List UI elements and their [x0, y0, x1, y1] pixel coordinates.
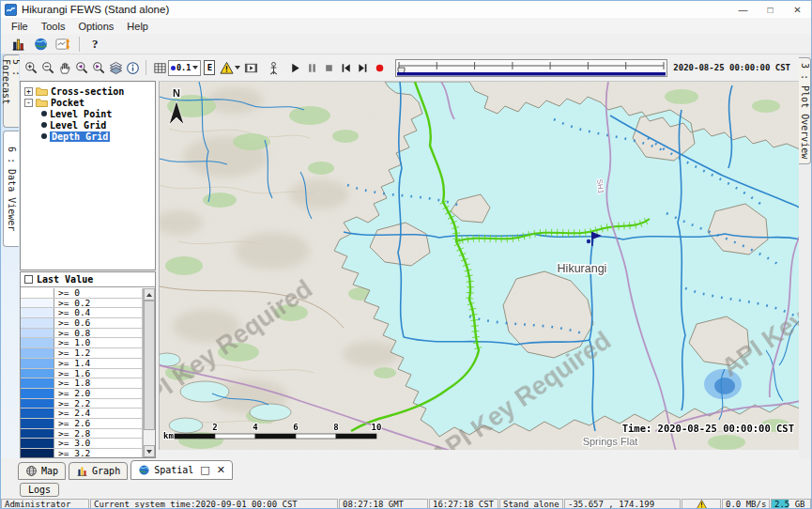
legend-color-swatch: [21, 419, 54, 428]
zoom-previous-button[interactable]: [73, 58, 90, 77]
map-time-overlay: Time: 2020-08-25 00:00:00 CST: [622, 423, 794, 434]
scrollbar-thumb[interactable]: [144, 301, 155, 430]
maximize-button[interactable]: □: [757, 1, 784, 18]
legend-row-label: >= 3.0: [54, 439, 143, 448]
menu-item[interactable]: Options: [71, 21, 120, 32]
step-back-button[interactable]: [337, 58, 354, 77]
legend-title: Last Value: [37, 274, 93, 285]
tree-row-cross-section[interactable]: + Cross-section: [21, 85, 155, 97]
scroll-up-button[interactable]: [144, 288, 155, 301]
tree-item-label[interactable]: Pocket: [51, 98, 84, 108]
legend-color-swatch: [21, 449, 54, 458]
bullet-icon: [41, 133, 47, 139]
last-value-checkbox[interactable]: [24, 275, 33, 284]
close-button[interactable]: ✕: [784, 1, 811, 18]
contour-interval-dropdown[interactable]: 0.1: [168, 60, 201, 76]
tree-row-pocket[interactable]: - Pocket: [21, 97, 155, 108]
warning-threshold-dropdown[interactable]: [218, 58, 242, 77]
tree-row-level-point[interactable]: Level Point: [21, 108, 155, 119]
tab-spatial[interactable]: Spatial □ ✕: [130, 460, 233, 480]
gauge-tool-button[interactable]: [265, 58, 282, 77]
menu-item[interactable]: Tools: [35, 21, 72, 32]
status-gmt-time: 08:27:18 GMT: [339, 499, 428, 509]
scale-ruler-button[interactable]: E: [201, 58, 218, 77]
legend-color-swatch: [21, 348, 54, 358]
tree-row-depth-grid[interactable]: Depth Grid: [21, 131, 155, 142]
map-display-button[interactable]: [29, 35, 52, 54]
chevron-down-icon: [192, 66, 198, 69]
legend-row-label: >= 0.6: [54, 318, 143, 328]
collapse-icon[interactable]: -: [24, 99, 33, 107]
tab-maximize-button[interactable]: □: [200, 464, 209, 476]
area-label: Springs Flat: [583, 436, 638, 447]
tab-data-viewer[interactable]: 6 : Data Viewer: [3, 131, 19, 247]
bullet-icon: [41, 122, 47, 128]
step-forward-button[interactable]: [354, 58, 371, 77]
zoom-out-button[interactable]: [39, 58, 56, 77]
legend-color-swatch: [21, 288, 54, 298]
spatial-chart-icon: [55, 37, 71, 52]
tab-close-button[interactable]: ✕: [217, 464, 225, 476]
road-label: SH1: [595, 178, 605, 194]
legend-color-swatch: [21, 409, 54, 418]
tree-row-level-grid[interactable]: Level Grid: [21, 119, 155, 131]
legend-color-swatch: [21, 429, 54, 439]
legend-header: Last Value: [21, 272, 155, 287]
svg-text:4: 4: [253, 423, 258, 432]
info-button[interactable]: [124, 58, 141, 77]
layers-button[interactable]: [107, 58, 124, 77]
tree-item-label[interactable]: Level Point: [50, 109, 112, 119]
legend-row-label: >= 1.4: [54, 359, 143, 368]
legend-color-swatch: [21, 329, 54, 338]
stop-button[interactable]: [320, 58, 337, 77]
map-view[interactable]: API Key Required API Key Required API Ke…: [159, 81, 799, 450]
pause-button[interactable]: [303, 58, 320, 77]
tree-item-label-selected[interactable]: Depth Grid: [50, 131, 110, 142]
legend-row-label: >= 0.2: [54, 299, 143, 308]
legend-color-swatch: [21, 369, 54, 378]
legend-row-label: >= 2.0: [54, 389, 143, 398]
menu-item[interactable]: Help: [120, 21, 155, 32]
record-button[interactable]: [371, 58, 388, 77]
graph-display-button[interactable]: [7, 35, 29, 54]
expand-icon[interactable]: +: [24, 87, 33, 96]
spatial-display-button[interactable]: [52, 35, 74, 54]
logs-button[interactable]: Logs: [20, 483, 59, 497]
status-warning[interactable]: [682, 499, 721, 509]
folder-icon: [36, 98, 48, 107]
tree-item-label[interactable]: Cross-section: [51, 86, 124, 97]
pan-button[interactable]: [56, 58, 73, 77]
animation-button[interactable]: [242, 58, 259, 77]
legend-scrollbar[interactable]: [143, 288, 155, 457]
zoom-next-icon: [92, 61, 106, 75]
minimize-button[interactable]: —: [729, 1, 757, 18]
tab-map[interactable]: Map: [18, 462, 66, 480]
zoom-in-button[interactable]: [23, 58, 39, 77]
scroll-down-button[interactable]: [144, 445, 155, 457]
tree-item-label[interactable]: Level Grid: [50, 120, 106, 131]
legend-row[interactable]: >= 2.0: [21, 389, 143, 399]
stop-icon: [322, 61, 336, 75]
legend-list: >= 0 >= 0.2 >= 0.4 >= 0.6 >= 0.8 >= 1.0: [21, 288, 143, 457]
zoom-next-button[interactable]: [90, 58, 107, 77]
legend-color-swatch: [21, 338, 54, 347]
play-button[interactable]: [286, 58, 303, 77]
step-back-icon: [339, 61, 353, 75]
legend-row[interactable]: >= 3.2: [21, 449, 143, 458]
help-button[interactable]: ?: [84, 37, 106, 52]
legend-row-label: >= 2.8: [54, 429, 143, 439]
time-slider[interactable]: [395, 59, 667, 77]
menu-item[interactable]: File: [5, 21, 35, 32]
legend-row[interactable]: >= 1.4: [21, 359, 143, 369]
main-toolbar: ?: [1, 34, 811, 54]
legend-color-swatch: [21, 359, 54, 368]
record-icon: [373, 61, 387, 75]
legend-panel: Last Value >= 0 >= 0.2 >= 0.4 >= 0.6: [20, 271, 156, 458]
grid-display-button[interactable]: [151, 58, 168, 77]
tab-plot-overview[interactable]: 3 : Plot Overview: [799, 57, 811, 164]
tab-forecast[interactable]: 5 : Forecast: [3, 54, 19, 128]
legend-row-label: >= 1.2: [54, 348, 143, 358]
bullet-icon: [41, 111, 47, 116]
folder-icon: [36, 86, 48, 96]
tab-graph[interactable]: Graph: [69, 462, 128, 480]
